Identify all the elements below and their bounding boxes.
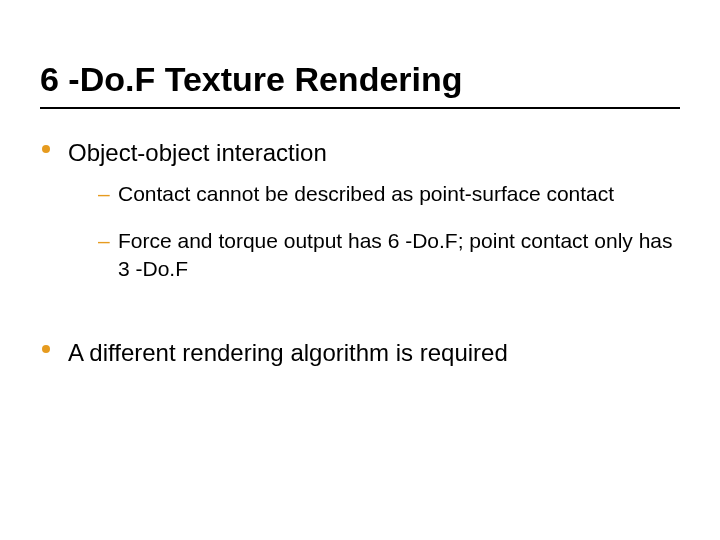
dash-icon: – bbox=[98, 227, 110, 255]
slide-title: 6 -Do.F Texture Rendering bbox=[40, 60, 680, 99]
dash-icon: – bbox=[98, 180, 110, 208]
bullet-dot-icon bbox=[42, 345, 50, 353]
sub-item: – Contact cannot be described as point-s… bbox=[98, 180, 680, 208]
sub-item: – Force and torque output has 6 -Do.F; p… bbox=[98, 227, 680, 284]
sub-text: Contact cannot be described as point-sur… bbox=[118, 182, 614, 205]
bullet-list: Object-object interaction – Contact cann… bbox=[40, 137, 680, 368]
sub-list: – Contact cannot be described as point-s… bbox=[98, 180, 680, 283]
spacer bbox=[40, 301, 680, 337]
bullet-text: Object-object interaction bbox=[68, 139, 327, 166]
slide: 6 -Do.F Texture Rendering Object-object … bbox=[0, 0, 720, 540]
bullet-item: A different rendering algorithm is requi… bbox=[40, 337, 680, 368]
bullet-item: Object-object interaction – Contact cann… bbox=[40, 137, 680, 283]
bullet-text: A different rendering algorithm is requi… bbox=[68, 339, 508, 366]
sub-text: Force and torque output has 6 -Do.F; poi… bbox=[118, 229, 673, 280]
title-underline bbox=[40, 107, 680, 109]
bullet-dot-icon bbox=[42, 145, 50, 153]
